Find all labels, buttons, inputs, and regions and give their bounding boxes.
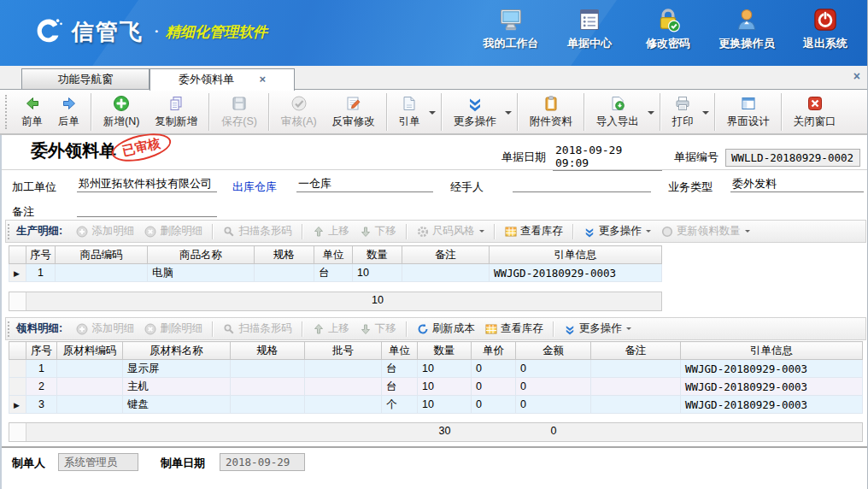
row-selector[interactable]: ▶ (9, 396, 26, 414)
cell-spec[interactable] (231, 378, 305, 396)
nav-exit-system[interactable]: 退出系统 (792, 7, 859, 51)
import-export-button[interactable]: 导入导出 (589, 91, 647, 133)
cell-qty[interactable]: 10 (353, 264, 402, 282)
cell-unit[interactable]: 台 (382, 378, 418, 396)
mat-scan-barcode-button[interactable]: 扫描条形码 (218, 320, 297, 338)
save-button[interactable]: 保存(S) (214, 91, 265, 133)
warehouse-link-label[interactable]: 出库仓库 (232, 180, 277, 195)
column-header[interactable]: 数量 (353, 246, 402, 264)
cell-material-name[interactable]: 显示屏 (123, 360, 231, 378)
cell-remark[interactable] (402, 264, 490, 282)
cell-amount[interactable]: 0 (516, 378, 591, 396)
table-row[interactable]: 2 主机 台 10 0 0 WWJGD-20180929-0003 (9, 378, 863, 396)
cell-ref-info[interactable]: WWJGD-20180929-0003 (681, 378, 863, 396)
dropdown-caret-icon[interactable] (505, 111, 512, 118)
cell-qty[interactable]: 10 (418, 360, 472, 378)
doc-date-field[interactable]: 2018-09-29 09:09 (553, 144, 662, 171)
cell-batch[interactable] (305, 360, 382, 378)
cell-amount[interactable]: 0 (516, 396, 591, 414)
cell-seq[interactable]: 1 (26, 264, 56, 282)
pane-close-icon[interactable]: × (853, 69, 860, 83)
column-header[interactable]: 引单信息 (681, 342, 863, 360)
ui-design-button[interactable]: 界面设计 (719, 91, 777, 133)
column-header[interactable]: 备注 (591, 342, 681, 360)
cell-unit[interactable]: 台 (314, 264, 353, 282)
column-header[interactable]: 规格 (255, 246, 314, 264)
cell-price[interactable]: 0 (472, 360, 516, 378)
column-header[interactable]: 金额 (516, 342, 591, 360)
new-button[interactable]: 新增(N) (96, 91, 147, 133)
mat-more-operations-button[interactable]: 更多操作 (559, 320, 636, 338)
mat-move-down-button[interactable]: 下移 (355, 320, 402, 338)
prod-move-down-button[interactable]: 下移 (355, 222, 402, 240)
column-header[interactable]: 序号 (26, 246, 56, 264)
mat-view-stock-button[interactable]: 查看库存 (480, 320, 548, 338)
processor-field[interactable]: 郑州亚拓软件科技有限公司 (77, 176, 217, 192)
cell-unit[interactable]: 个 (382, 396, 418, 414)
cell-material-code[interactable] (57, 360, 123, 378)
row-selector[interactable] (9, 360, 26, 378)
tab-function-navigator[interactable]: 功能导航窗 (21, 68, 150, 90)
tab-outsourcing-requisition[interactable]: 委外领料单 × (150, 68, 295, 91)
row-selector[interactable]: ▶ (9, 264, 26, 282)
prod-add-detail-button[interactable]: 添加明细 (71, 222, 139, 240)
column-header[interactable]: 备注 (402, 246, 490, 264)
cell-remark[interactable] (591, 396, 681, 414)
handler-field[interactable] (513, 176, 651, 192)
cell-seq[interactable]: 3 (26, 396, 57, 414)
prod-scan-barcode-button[interactable]: 扫描条形码 (218, 222, 297, 240)
attachments-button[interactable]: 附件资料 (522, 91, 580, 133)
cell-material-code[interactable] (57, 378, 123, 396)
table-row[interactable]: 1 显示屏 台 10 0 0 WWJGD-20180929-0003 (9, 360, 863, 378)
prod-move-up-button[interactable]: 上移 (308, 222, 355, 240)
cell-remark[interactable] (591, 378, 681, 396)
cell-price[interactable]: 0 (472, 396, 516, 414)
audit-button[interactable]: 审核(A) (273, 91, 325, 133)
cell-batch[interactable] (305, 378, 382, 396)
prev-doc-button[interactable]: 前单 (14, 91, 50, 133)
more-operations-button[interactable]: 更多操作 (446, 91, 504, 133)
cell-amount[interactable]: 0 (516, 360, 591, 378)
cell-product-name[interactable]: 电脑 (148, 264, 255, 282)
prod-view-stock-button[interactable]: 查看库存 (500, 222, 568, 240)
close-window-button[interactable]: 关闭窗口 (786, 91, 844, 133)
row-selector[interactable] (9, 378, 26, 396)
cell-price[interactable]: 0 (472, 378, 516, 396)
column-header[interactable]: 批号 (305, 342, 382, 360)
prod-delete-detail-button[interactable]: 删除明细 (139, 222, 208, 240)
cell-spec[interactable] (255, 264, 314, 282)
copy-new-button[interactable]: 复制新增 (147, 91, 205, 133)
cell-qty[interactable]: 10 (418, 396, 472, 414)
cell-ref-info[interactable]: WWJGD-20180929-0003 (681, 396, 863, 414)
nav-my-workbench[interactable]: 我的工作台 (478, 7, 544, 51)
nav-change-password[interactable]: 修改密码 (635, 7, 701, 51)
column-header[interactable]: 引单信息 (490, 246, 662, 264)
cell-spec[interactable] (231, 396, 305, 414)
print-button[interactable]: 打印 (665, 91, 701, 133)
dropdown-caret-icon[interactable] (429, 111, 436, 118)
column-header[interactable]: 规格 (231, 342, 305, 360)
cell-unit[interactable]: 台 (382, 360, 418, 378)
prod-more-operations-button[interactable]: 更多操作 (578, 222, 656, 240)
cell-batch[interactable] (305, 396, 382, 414)
reverse-audit-button[interactable]: 反审修改 (325, 91, 383, 133)
cell-spec[interactable] (231, 360, 305, 378)
dropdown-caret-icon[interactable] (702, 111, 709, 118)
column-header[interactable]: 原材料名称 (123, 342, 231, 360)
cell-material-code[interactable] (57, 396, 123, 414)
nav-document-center[interactable]: 单据中心 (556, 7, 623, 51)
table-row[interactable]: ▶ 1 电脑 台 10 WWJGD-20180929-0003 (9, 264, 662, 282)
cell-product-code[interactable] (56, 264, 148, 282)
remark-field[interactable] (77, 201, 217, 217)
next-doc-button[interactable]: 后单 (50, 91, 87, 133)
warehouse-field[interactable]: 一仓库 (296, 176, 433, 192)
column-header[interactable]: 单价 (472, 342, 516, 360)
column-header[interactable]: 原材料编码 (57, 342, 123, 360)
mat-refresh-cost-button[interactable]: 刷新成本 (412, 320, 480, 338)
prod-update-qty-button[interactable]: 更新领料数量 (656, 222, 755, 240)
mat-delete-detail-button[interactable]: 删除明细 (139, 320, 208, 338)
cell-material-name[interactable]: 键盘 (123, 396, 231, 414)
tab-close-icon[interactable]: × (260, 69, 267, 89)
cell-ref-info[interactable]: WWJGD-20180929-0003 (490, 264, 662, 282)
column-header[interactable]: 序号 (26, 342, 57, 360)
